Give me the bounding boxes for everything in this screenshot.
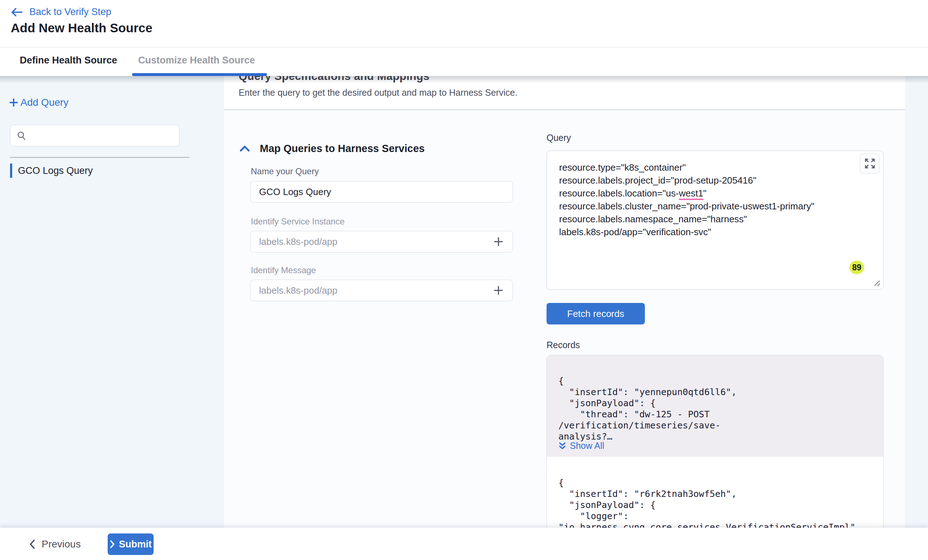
record-json[interactable]: { "insertId": "r6rk2tnah3owf5eh", "jsonP… — [559, 477, 874, 533]
expand-query-button[interactable] — [860, 154, 880, 173]
chevron-right-icon — [110, 540, 115, 549]
footer-bar: Previous Submit — [0, 528, 928, 560]
query-search-field[interactable] — [10, 125, 179, 146]
page-subheading: Enter the query to get the desired outpu… — [239, 87, 517, 98]
add-query-button[interactable]: Add Query — [9, 97, 69, 108]
name-query-label: Name your Query — [251, 166, 319, 177]
name-query-input[interactable] — [259, 186, 504, 198]
identify-message-label: Identify Message — [251, 265, 316, 275]
selected-indicator — [10, 163, 12, 178]
service-instance-input[interactable] — [259, 236, 493, 247]
show-all-link[interactable]: Show All — [559, 441, 604, 451]
record-json: { "insertId": "yennepun0qtd6ll6", "jsonP… — [559, 375, 874, 442]
character-count-badge: 89 — [849, 261, 864, 274]
page-header: Back to Verify Step Add New Health Sourc… — [0, 0, 928, 47]
previous-button[interactable]: Previous — [29, 534, 81, 555]
identify-message-input[interactable] — [259, 285, 493, 296]
tab-bar: Define Health Source Customize Health So… — [0, 48, 928, 76]
query-textarea[interactable]: resource.type="k8s_container" resource.l… — [546, 151, 884, 290]
tabbar-shadow — [0, 76, 928, 83]
query-search-input[interactable] — [31, 131, 175, 141]
back-to-verify-step-link[interactable]: Back to Verify Step — [11, 6, 111, 18]
chevron-up-icon[interactable] — [240, 145, 250, 152]
records-label: Records — [546, 340, 580, 350]
add-message-icon[interactable] — [493, 285, 504, 296]
tab-define-health-source[interactable]: Define Health Source — [20, 55, 118, 66]
tab-customize-health-source[interactable]: Customize Health Source — [138, 55, 255, 66]
submit-button[interactable]: Submit — [108, 534, 154, 555]
plus-icon — [9, 98, 18, 107]
add-service-instance-icon[interactable] — [493, 236, 504, 247]
sidebar-item-gco-logs-query[interactable]: GCO Logs Query — [10, 162, 189, 179]
map-queries-section-title: Map Queries to Harness Services — [260, 143, 424, 155]
service-instance-label: Identify Service Instance — [251, 216, 345, 227]
identify-message-field[interactable] — [250, 280, 513, 301]
query-list-sidebar: Add Query GCO Logs Query — [0, 76, 224, 528]
chevron-left-icon — [29, 539, 36, 549]
name-query-field[interactable] — [250, 181, 513, 202]
double-chevron-down-icon — [559, 442, 566, 450]
active-tab-indicator — [132, 73, 267, 76]
fullscreen-icon — [864, 158, 875, 169]
spellcheck-marker: west1 — [679, 188, 704, 200]
page-title: Add New Health Source — [11, 21, 153, 35]
heading-divider — [224, 110, 905, 110]
query-item-label: GCO Logs Query — [18, 165, 93, 177]
search-icon — [17, 131, 26, 140]
resize-handle[interactable] — [872, 280, 880, 286]
fetch-records-button[interactable]: Fetch records — [546, 303, 645, 324]
service-instance-field[interactable] — [250, 231, 513, 253]
record-item[interactable]: { "insertId": "yennepun0qtd6ll6", "jsonP… — [547, 355, 883, 457]
sidebar-divider — [10, 157, 189, 158]
query-label: Query — [546, 132, 571, 143]
back-arrow-icon — [11, 8, 23, 17]
query-text: resource.type="k8s_container" resource.l… — [559, 161, 861, 238]
customize-health-source-panel: Query Specifications and Mappings Enter … — [224, 76, 905, 560]
